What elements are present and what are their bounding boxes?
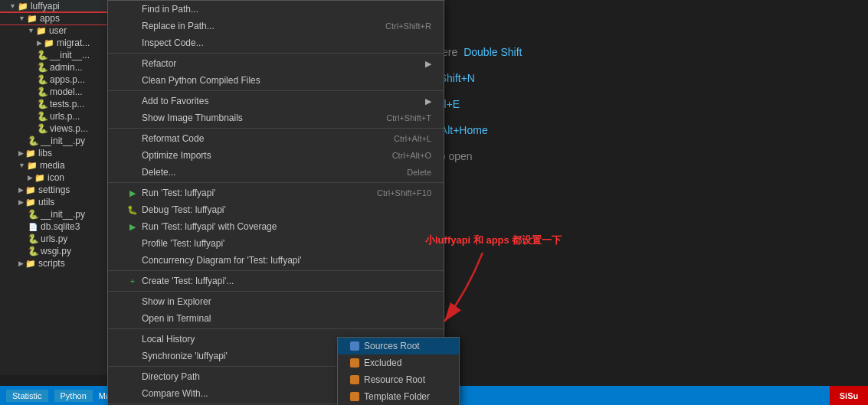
expand-arrow: ▼ <box>18 162 25 169</box>
tree-item-apps[interactable]: ▼ 📁 apps <box>0 12 115 24</box>
concurrency-icon <box>126 254 139 266</box>
py-icon: 🐍 <box>37 111 47 122</box>
menu-refactor[interactable]: Refactor ▶ <box>108 55 444 72</box>
optimize-icon <box>126 149 139 162</box>
tree-label: libs <box>38 148 52 158</box>
tree-item-models[interactable]: 🐍 model... <box>0 86 115 98</box>
menu-delete[interactable]: Delete... Delete <box>108 164 444 181</box>
expand-arrow: ▶ <box>28 174 33 181</box>
status-tab-python[interactable]: Python <box>54 390 93 402</box>
menu-add-favorites[interactable]: Add to Favorites ▶ <box>108 93 444 109</box>
expand-arrow: ▶ <box>18 260 24 267</box>
star-icon <box>126 95 139 107</box>
tree-label: __init__... <box>50 50 90 60</box>
separator <box>108 182 444 183</box>
tree-label: admin... <box>50 62 83 73</box>
menu-clean-python[interactable]: Clean Python Compiled Files <box>108 72 444 89</box>
tree-label: views.p... <box>50 123 88 134</box>
tree-item-wsgi[interactable]: 🐍 wsgi.py <box>0 245 115 257</box>
tree-item-init3[interactable]: 🐍 __init__.py <box>0 208 115 220</box>
py-icon: 🐍 <box>37 99 47 109</box>
profile-icon <box>126 237 139 250</box>
watermark: SiSu <box>830 386 868 405</box>
file-tree: ▼ 📁 luffyapi ▼ 📁 apps ▼ 📁 user ▶ 📁 migra… <box>0 0 115 375</box>
submenu-template-folder[interactable]: Template Folder <box>338 388 459 405</box>
py-icon: 🐍 <box>28 209 38 220</box>
tree-label: scripts <box>38 258 65 269</box>
tree-item-icon[interactable]: ▶ 📁 icon <box>0 171 115 184</box>
separator <box>108 291 444 292</box>
tree-item-libs[interactable]: ▶ 📁 libs <box>0 147 115 159</box>
expand-arrow: ▶ <box>18 149 24 157</box>
py-icon: 🐍 <box>28 136 38 146</box>
tree-item-scripts[interactable]: ▶ 📁 scripts <box>0 257 115 269</box>
menu-open-terminal[interactable]: Open in Terminal <box>108 310 444 327</box>
expand-arrow: ▶ <box>18 198 24 206</box>
tree-item-apps-py[interactable]: 🐍 apps.p... <box>0 73 115 86</box>
tree-item-utils[interactable]: ▶ 📁 utils <box>0 196 115 208</box>
submenu-label: Resource Root <box>364 374 425 385</box>
menu-inspect-code[interactable]: Inspect Code... <box>108 34 444 51</box>
menu-debug-test[interactable]: 🐛 Debug 'Test: luffyapi' <box>108 201 444 218</box>
submenu-resource-root[interactable]: Resource Root <box>338 371 459 388</box>
tree-label: icon <box>47 172 64 183</box>
tree-item-luffyapi[interactable]: ▼ 📁 luffyapi <box>0 0 115 12</box>
tree-label: apps <box>40 13 60 24</box>
py-icon: 🐍 <box>37 123 47 134</box>
folder-icon: 📁 <box>25 185 36 195</box>
menu-find-in-path[interactable]: Find in Path... <box>108 1 444 18</box>
tree-label: settings <box>38 185 70 195</box>
path-icon <box>126 371 139 383</box>
tree-item-tests[interactable]: 🐍 tests.p... <box>0 98 115 110</box>
menu-create-test[interactable]: + Create 'Test: luffyapi'... <box>108 273 444 289</box>
compare-icon <box>126 387 139 400</box>
refactor-icon <box>126 57 139 70</box>
folder-icon: 📁 <box>27 13 38 24</box>
menu-show-explorer[interactable]: Show in Explorer <box>108 293 444 310</box>
tree-item-settings[interactable]: ▶ 📁 settings <box>0 184 115 196</box>
tree-item-init[interactable]: 🐍 __init__... <box>0 49 115 61</box>
status-tab-statistic[interactable]: Statistic <box>6 390 48 402</box>
folder-icon: 📁 <box>25 148 36 158</box>
tree-item-views[interactable]: 🐍 views.p... <box>0 122 115 135</box>
tree-item-admin[interactable]: 🐍 admin... <box>0 61 115 73</box>
separator <box>108 128 444 129</box>
folder-icon: 📁 <box>25 258 36 269</box>
history-icon <box>126 333 139 345</box>
delete-icon <box>126 166 139 178</box>
menu-reformat[interactable]: Reformat Code Ctrl+Alt+L <box>108 130 444 147</box>
folder-icon: 📁 <box>44 38 54 48</box>
tree-item-media[interactable]: ▼ 📁 media <box>0 159 115 171</box>
py-icon: 🐍 <box>37 50 47 60</box>
menu-show-thumbnails[interactable]: Show Image Thumbnails Ctrl+Shift+T <box>108 109 444 126</box>
tree-label: db.sqlite3 <box>41 221 80 232</box>
tree-item-user[interactable]: ▼ 📁 user <box>0 24 115 37</box>
tree-label: user <box>49 25 67 36</box>
tree-item-init2[interactable]: 🐍 __init__.py <box>0 135 115 147</box>
submenu-label: Template Folder <box>364 391 430 402</box>
menu-optimize-imports[interactable]: Optimize Imports Ctrl+Alt+O <box>108 147 444 164</box>
tree-label: luffyapi <box>31 1 60 11</box>
tree-label: urls.py <box>41 234 67 244</box>
menu-run-coverage[interactable]: ▶ Run 'Test: luffyapi' with Coverage <box>108 218 444 235</box>
clean-icon <box>126 74 139 87</box>
menu-concurrency[interactable]: Concurrency Diagram for 'Test: luffyapi' <box>108 252 444 269</box>
tree-item-migrations[interactable]: ▶ 📁 migrat... <box>0 37 115 49</box>
tree-item-urls2[interactable]: 🐍 urls.py <box>0 233 115 245</box>
folder-icon: 📁 <box>27 160 38 171</box>
menu-run-test[interactable]: ▶ Run 'Test: luffyapi' Ctrl+Shift+F10 <box>108 185 444 201</box>
tree-item-urls[interactable]: 🐍 urls.p... <box>0 110 115 122</box>
folder-icon: 📁 <box>34 172 45 183</box>
menu-profile[interactable]: Profile 'Test: luffyapi' <box>108 235 444 252</box>
create-icon: + <box>126 275 139 287</box>
annotation-arrow <box>421 245 513 329</box>
tree-item-db[interactable]: 📄 db.sqlite3 <box>0 220 115 233</box>
submenu-sources-root[interactable]: Sources Root <box>338 338 459 354</box>
separator <box>108 328 444 329</box>
separator <box>108 270 444 271</box>
submenu-label: Excluded <box>364 358 401 368</box>
image-icon <box>126 112 139 124</box>
menu-replace-in-path[interactable]: Replace in Path... Ctrl+Shift+R <box>108 18 444 34</box>
submenu-excluded[interactable]: Excluded <box>338 354 459 371</box>
expand-arrow: ▶ <box>37 39 42 47</box>
